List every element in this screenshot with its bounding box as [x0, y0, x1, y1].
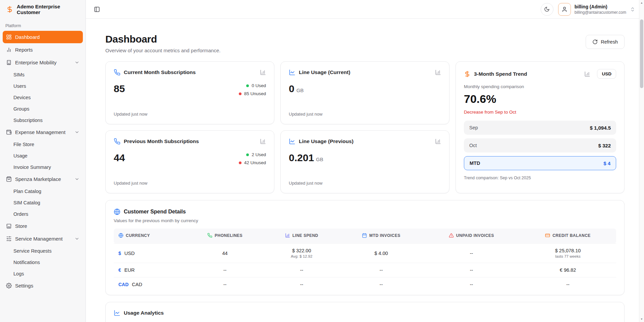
credit-card-icon [545, 233, 550, 238]
alert-triangle-icon [449, 233, 454, 238]
mtd-invoices-cell: -- [339, 263, 423, 277]
card-title: Current Month Subscriptions [124, 69, 196, 75]
currency-select-button[interactable]: USD [597, 69, 616, 79]
card-title: Previous Month Subscriptions [124, 138, 199, 144]
trend-row-mtd[interactable]: MTD $ 4 [464, 156, 616, 170]
chevron-down-icon [74, 177, 79, 182]
chart-view-button[interactable] [435, 138, 441, 144]
sidebar: Ademo Enterprise Customer Platform Dashb… [0, 0, 86, 322]
sidebar-item-invoice-summary[interactable]: Invoice Summary [3, 162, 83, 173]
bar-chart-icon [260, 69, 266, 75]
bar-chart-icon [6, 47, 12, 53]
globe-icon [114, 208, 120, 215]
app-logo-dollar-icon [6, 5, 13, 13]
sidebar-item-users[interactable]: Users [3, 80, 83, 92]
usage-unit: GB [297, 87, 304, 93]
red-dot [239, 162, 241, 164]
legend-unused: 85 Unused [239, 91, 266, 96]
sliders-icon [6, 236, 12, 242]
sidebar-item-sims[interactable]: SIMs [3, 69, 83, 80]
sidebar-item-plan-catalog[interactable]: Plan Catalog [3, 186, 83, 197]
mtd-invoices-cell: $ 4.00 [339, 244, 423, 263]
customer-spend-details-card: Customer Spend Details Values for the pr… [105, 200, 625, 295]
green-dot [246, 153, 249, 156]
bar-chart-icon [435, 69, 441, 75]
sidebar-item-service-requests[interactable]: Service Requests [3, 245, 83, 257]
chevron-down-icon [74, 130, 79, 135]
dark-mode-toggle-button[interactable] [541, 3, 553, 16]
scrollbar-thumb[interactable] [640, 19, 643, 88]
trend-row-oct[interactable]: Oct $ 322 [464, 138, 616, 152]
spend-trend-note: Decrease from Sep to Oct [464, 110, 616, 115]
sidebar-item-enterprise-mobility[interactable]: Enterprise Mobility [3, 56, 83, 69]
red-dot [239, 92, 241, 95]
sidebar-item-dashboard[interactable]: Dashboard [3, 31, 83, 43]
sidebar-group-enterprise-mobility: SIMs Users Devices Groups Subscriptions [3, 69, 83, 126]
previous-month-subscriptions-card: Previous Month Subscriptions 44 2 Used 4… [105, 130, 274, 193]
layout-dashboard-icon [6, 34, 12, 40]
sidebar-item-notifications[interactable]: Notifications [3, 257, 83, 268]
line-chart-icon [289, 69, 296, 76]
sidebar-item-service-management[interactable]: Service Management [3, 233, 83, 245]
chart-view-button[interactable] [260, 138, 266, 144]
table-row-eur: €EUR -- -- -- -- € 96.82 [114, 263, 616, 277]
subscriptions-count: 85 [114, 83, 125, 94]
updated-label: Updated just now [289, 181, 441, 186]
unpaid-invoices-cell: -- [423, 277, 520, 292]
sidebar-item-groups[interactable]: Groups [3, 103, 83, 115]
trend-row-sep[interactable]: Sep $ 1,094.5 [464, 121, 616, 135]
bar-chart-icon [435, 138, 441, 144]
updated-label: Updated just now [114, 112, 266, 117]
user-menu[interactable]: billing (Admin) billing@antairacustomer.… [558, 3, 635, 16]
building-icon [6, 60, 12, 65]
sidebar-item-orders[interactable]: Orders [3, 208, 83, 220]
sidebar-item-sim-catalog[interactable]: SIM Catalog [3, 197, 83, 208]
sidebar-item-label: Settings [15, 283, 33, 288]
phone-icon [207, 233, 212, 238]
chevron-down-icon [74, 60, 79, 65]
currency-cell: CADCAD [114, 277, 186, 292]
globe-icon [118, 233, 123, 238]
sidebar-item-label: Expense Management [15, 129, 65, 135]
sidebar-item-logs[interactable]: Logs [3, 268, 83, 279]
usage-value: 0.201 [289, 152, 314, 163]
chart-view-button[interactable] [435, 69, 441, 75]
sidebar-item-subscriptions[interactable]: Subscriptions [3, 115, 83, 126]
chart-view-button[interactable] [260, 69, 266, 75]
phone-icon [114, 69, 120, 76]
app-title: Ademo Enterprise Customer [17, 4, 79, 15]
sidebar-item-expense-management[interactable]: Expense Management [3, 126, 83, 138]
sidebar-toggle-button[interactable] [91, 4, 103, 15]
card-title: Line Usage (Previous) [299, 138, 354, 144]
credit-balance-cell: € 96.82 [520, 263, 616, 277]
sidebar-item-label: Store [15, 223, 27, 229]
chart-view-button[interactable] [584, 71, 590, 77]
scroll-down-arrow-icon[interactable]: ▼ [639, 318, 644, 321]
sidebar-item-devices[interactable]: Devices [3, 92, 83, 103]
subscriptions-count: 44 [114, 152, 125, 164]
sidebar-item-file-store[interactable]: File Store [3, 139, 83, 150]
spend-trend-percent: 70.6% [464, 92, 616, 106]
wallet-icon [6, 129, 12, 135]
refresh-button[interactable]: Refresh [586, 35, 625, 49]
bar-chart-icon [285, 233, 290, 238]
green-dot [246, 84, 249, 87]
scrollbar[interactable]: ▲ ▼ [639, 0, 644, 322]
sidebar-item-store[interactable]: Store [3, 220, 83, 232]
sidebar-group-service-management: Service Requests Notifications Logs [3, 245, 83, 279]
sidebar-item-settings[interactable]: Settings [3, 279, 83, 292]
currency-symbol: CAD [118, 282, 128, 287]
sidebar-item-usage[interactable]: Usage [3, 150, 83, 162]
phonelines-cell: -- [186, 263, 264, 277]
sidebar-nav: Dashboard Reports Enterprise Mobility SI… [0, 31, 86, 292]
card-title: Customer Spend Details [124, 209, 186, 215]
sidebar-item-reports[interactable]: Reports [3, 44, 83, 56]
avatar [558, 3, 571, 16]
sidebar-item-label: Reports [15, 47, 33, 53]
currency-symbol: $ [118, 251, 121, 256]
sidebar-item-spenza-marketplace[interactable]: Spenza Marketplace [3, 173, 83, 185]
chevron-down-icon [74, 236, 79, 241]
scroll-up-arrow-icon[interactable]: ▲ [639, 1, 644, 4]
column-unpaid-invoices: UNPAID INVOICES [423, 229, 520, 244]
updated-label: Updated just now [114, 181, 266, 186]
